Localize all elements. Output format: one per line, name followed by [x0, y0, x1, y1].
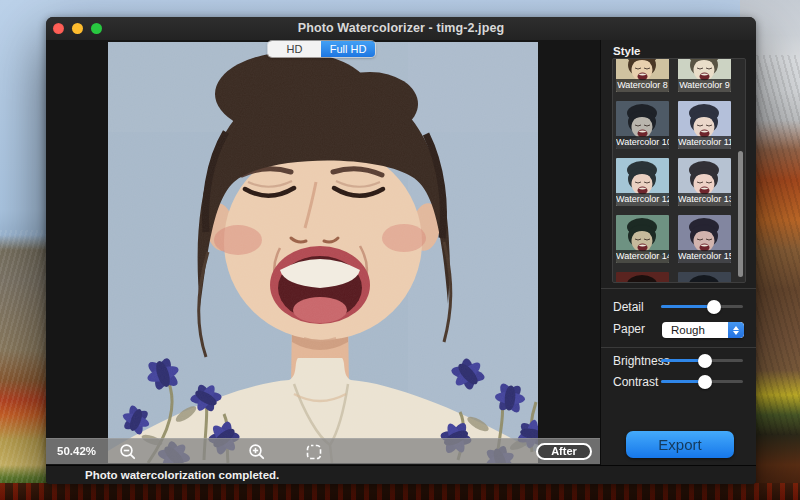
style-thumbnail[interactable]: Watercolor 9	[678, 58, 731, 92]
style-thumbnail-label: Watercolor 14	[616, 250, 669, 263]
full-hd-button[interactable]: Full HD	[321, 41, 375, 57]
quality-toggle: HD Full HD	[268, 41, 375, 57]
style-thumbnail[interactable]	[616, 272, 669, 283]
status-bar: Photo watercolorization completed.	[46, 465, 756, 484]
style-thumbnail[interactable]: Watercolor 13	[678, 158, 731, 206]
divider	[601, 288, 756, 289]
style-thumbnail[interactable]	[678, 272, 731, 283]
sidebar: Style	[600, 40, 756, 465]
style-thumbnail-label: Watercolor 11	[678, 136, 731, 149]
window-title: Photo Watercolorizer - timg-2.jpeg	[46, 17, 756, 40]
canvas-area: HD Full HD 50.42%	[46, 40, 600, 465]
style-thumbnail[interactable]: Watercolor 14	[616, 215, 669, 263]
detail-label: Detail	[613, 300, 644, 314]
status-text: Photo watercolorization completed.	[85, 469, 279, 481]
style-thumbnail-label: Watercolor 13	[678, 193, 731, 206]
app-window: Photo Watercolorizer - timg-2.jpeg	[46, 17, 756, 484]
paper-select[interactable]: Rough	[662, 322, 744, 338]
up-down-stepper-icon	[728, 322, 744, 338]
style-section-label: Style	[613, 45, 641, 57]
brightness-slider[interactable]	[661, 359, 743, 362]
fit-to-screen-icon	[305, 443, 323, 461]
detail-slider[interactable]	[661, 305, 743, 308]
zoom-toolbar: 50.42%	[46, 438, 600, 464]
style-thumbnail[interactable]: Watercolor 15	[678, 215, 731, 263]
zoom-in-button[interactable]	[248, 443, 266, 461]
zoom-out-button[interactable]	[119, 443, 137, 461]
style-thumbnail-label: Watercolor 12	[616, 193, 669, 206]
paper-label: Paper	[613, 322, 645, 336]
contrast-slider[interactable]	[661, 380, 743, 383]
style-thumbnail-label: Watercolor 8	[616, 79, 669, 92]
magnifier-minus-icon	[119, 443, 137, 461]
after-toggle-button[interactable]: After	[536, 443, 592, 460]
style-thumbnail-label: Watercolor 15	[678, 250, 731, 263]
contrast-label: Contrast	[613, 375, 658, 389]
style-thumbnail-label: Watercolor 9	[678, 79, 731, 92]
style-thumbnail-grid: Watercolor 8	[616, 58, 731, 283]
watercolor-portrait	[108, 42, 538, 463]
magnifier-plus-icon	[248, 443, 266, 461]
style-list-panel: Watercolor 8	[612, 58, 746, 283]
style-thumbnail[interactable]: Watercolor 11	[678, 101, 731, 149]
style-thumbnail-preview	[678, 272, 731, 283]
style-list-scrollbar[interactable]	[738, 151, 743, 277]
style-thumbnail[interactable]: Watercolor 10	[616, 101, 669, 149]
fit-to-screen-button[interactable]	[305, 443, 323, 461]
style-thumbnail-label: Watercolor 10	[616, 136, 669, 149]
divider	[601, 347, 756, 348]
titlebar: Photo Watercolorizer - timg-2.jpeg	[46, 17, 756, 41]
zoom-level-value: 50.42%	[57, 439, 96, 464]
paper-select-value: Rough	[662, 322, 728, 338]
style-thumbnail-preview	[616, 272, 669, 283]
export-button[interactable]: Export	[626, 431, 734, 458]
hd-button[interactable]: HD	[268, 41, 321, 57]
style-thumbnail[interactable]: Watercolor 12	[616, 158, 669, 206]
style-thumbnail[interactable]: Watercolor 8	[616, 58, 669, 92]
wallpaper-lake	[0, 483, 800, 500]
photo-preview	[108, 42, 538, 463]
main-content: HD Full HD 50.42%	[46, 40, 756, 465]
